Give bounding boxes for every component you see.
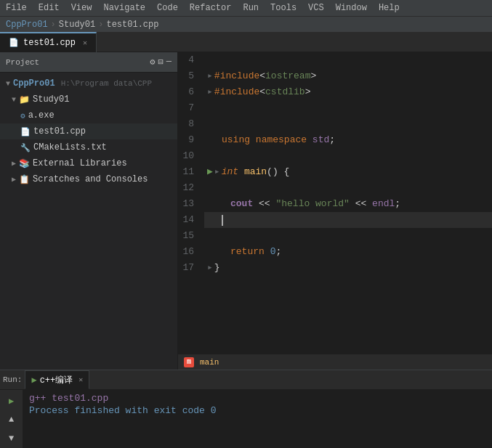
main-func: main: [244, 164, 267, 180]
sidebar: Project ⚙ ⊟ — ▼ CppPro01 H:\Program data…: [0, 52, 178, 370]
menu-tools[interactable]: Tools: [267, 3, 299, 13]
sidebar-item-cmake[interactable]: 🔧 CMakeLists.txt: [0, 139, 177, 155]
editor-status-bar: m main: [178, 354, 492, 370]
ln-5: 5: [178, 68, 198, 84]
tab-test01[interactable]: 📄 test01.cpp ✕: [0, 32, 97, 52]
space-9a: [250, 132, 256, 148]
ln-16: 16: [178, 244, 198, 260]
code-container: 4 5 6 7 8 9 10 11 12 13 14 15 16 17: [178, 52, 492, 354]
angle-close-6: >: [305, 84, 311, 100]
code-line-14: [204, 212, 492, 228]
editor-area: 4 5 6 7 8 9 10 11 12 13 14 15 16 17: [178, 52, 492, 370]
tab-bar: 📄 test01.cpp ✕: [0, 32, 492, 52]
code-line-4: [204, 52, 492, 68]
fold-5[interactable]: ▸: [207, 68, 213, 84]
breadcrumb-sep2: ›: [98, 20, 103, 30]
ln-13: 13: [178, 196, 198, 212]
space-13a: [253, 196, 259, 212]
run-button[interactable]: ▶: [4, 393, 20, 409]
ln-14: 14: [178, 212, 198, 228]
ln-10: 10: [178, 148, 198, 164]
code-lines[interactable]: ▸ #include<iostream> ▸ #include<cstdlib>…: [204, 52, 492, 354]
ln-12: 12: [178, 180, 198, 196]
space-11: [238, 164, 244, 180]
breadcrumb-part1[interactable]: CppPro01: [6, 20, 48, 30]
ln-6: 6: [178, 84, 198, 100]
sidebar-item-extlibs[interactable]: ▶ 📚 External Libraries: [0, 155, 177, 171]
sidebar-settings-icon[interactable]: ⚙: [150, 57, 155, 68]
line-numbers: 4 5 6 7 8 9 10 11 12 13 14 15 16 17: [178, 52, 204, 354]
lib-cstdlib: cstdlib: [265, 84, 305, 100]
sidebar-layout-icon[interactable]: ⊟: [158, 57, 164, 68]
ln-8: 8: [178, 116, 198, 132]
space-13c: [350, 196, 355, 212]
bottom-tab-compile[interactable]: ▶ c++编译 ✕: [25, 370, 89, 389]
code-line-12: [204, 180, 492, 196]
fold-17[interactable]: ▸: [207, 260, 213, 276]
menu-refactor[interactable]: Refactor: [187, 3, 235, 13]
run-label: Run:: [3, 375, 22, 384]
tab-file-icon: 📄: [9, 38, 19, 47]
aexe-icon: ⚙: [20, 111, 25, 121]
menu-vcs[interactable]: VCS: [305, 3, 327, 13]
menu-window[interactable]: Window: [333, 3, 370, 13]
study01-arrow-icon: ▼: [12, 96, 16, 104]
sidebar-item-aexe[interactable]: ⚙ a.exe: [0, 107, 177, 123]
angle-open-6: <: [259, 84, 265, 100]
play-icon: ▶: [31, 375, 36, 386]
menu-help[interactable]: Help: [376, 3, 403, 13]
space-9b: [307, 132, 312, 148]
breadcrumb-part3[interactable]: test01.cpp: [106, 20, 158, 30]
sidebar-item-test01cpp[interactable]: 📄 test01.cpp: [0, 123, 177, 139]
fold-11[interactable]: ▸: [214, 164, 220, 180]
using-kw: using: [222, 132, 250, 148]
sidebar-item-scratches[interactable]: ▶ 📋 Scratches and Consoles: [0, 171, 177, 187]
semi-16: ;: [275, 244, 281, 260]
compile-tab-close[interactable]: ✕: [78, 375, 83, 384]
cmake-icon: 🔧: [20, 143, 31, 152]
scratches-arrow-icon: ▶: [12, 175, 16, 184]
code-line-9: using namespace std ;: [204, 132, 492, 148]
menu-edit[interactable]: Edit: [36, 3, 62, 13]
code-line-7: [204, 100, 492, 116]
semi-9: ;: [329, 132, 335, 148]
sidebar-title: Project: [6, 58, 39, 67]
sidebar-collapse-icon[interactable]: —: [166, 57, 172, 68]
return-kw: return: [230, 244, 265, 260]
root-label: CppPro01: [13, 78, 55, 89]
std-label: std: [312, 132, 329, 148]
study01-folder-icon: 📁: [19, 94, 30, 105]
extlibs-icon: 📚: [19, 158, 30, 169]
menu-navigate[interactable]: Navigate: [100, 3, 148, 13]
sidebar-item-root[interactable]: ▼ CppPro01 H:\Program data\CPP: [0, 76, 177, 91]
sidebar-label-test01cpp: test01.cpp: [33, 126, 86, 137]
breadcrumb-part2[interactable]: Study01: [59, 20, 95, 30]
sidebar-item-study01[interactable]: ▼ 📁 Study01: [0, 91, 177, 107]
code-line-6: ▸ #include<cstdlib>: [204, 84, 492, 100]
cpp-icon: 📄: [20, 127, 31, 137]
sidebar-header-icons: ⚙ ⊟ —: [150, 57, 172, 68]
menu-file[interactable]: File: [3, 3, 30, 13]
root-arrow-icon: ▼: [6, 80, 10, 88]
lib-iostream: iostream: [265, 68, 310, 84]
menu-run[interactable]: Run: [240, 3, 262, 13]
sidebar-label-extlibs: External Libraries: [33, 158, 127, 168]
code-line-15: [204, 228, 492, 244]
tab-close-icon[interactable]: ✕: [83, 38, 87, 47]
ln-9: 9: [178, 132, 198, 148]
menu-bar: File Edit View Navigate Code Refactor Ru…: [0, 0, 492, 16]
ln-7: 7: [178, 100, 198, 116]
scroll-down-button[interactable]: ▼: [4, 431, 20, 447]
code-line-5: ▸ #include<iostream>: [204, 68, 492, 84]
cursor: [222, 215, 223, 226]
fold-6[interactable]: ▸: [207, 84, 213, 100]
compile-tab-label: c++编译: [40, 374, 73, 386]
menu-view[interactable]: View: [68, 3, 95, 13]
function-icon: m: [184, 357, 194, 367]
ln-17: 17: [178, 260, 198, 276]
zero-num: 0: [270, 244, 276, 260]
menu-code[interactable]: Code: [154, 3, 181, 13]
sidebar-label-cmake: CMakeLists.txt: [33, 142, 107, 152]
scroll-up-button[interactable]: ▲: [4, 412, 20, 428]
code-line-10: [204, 148, 492, 164]
